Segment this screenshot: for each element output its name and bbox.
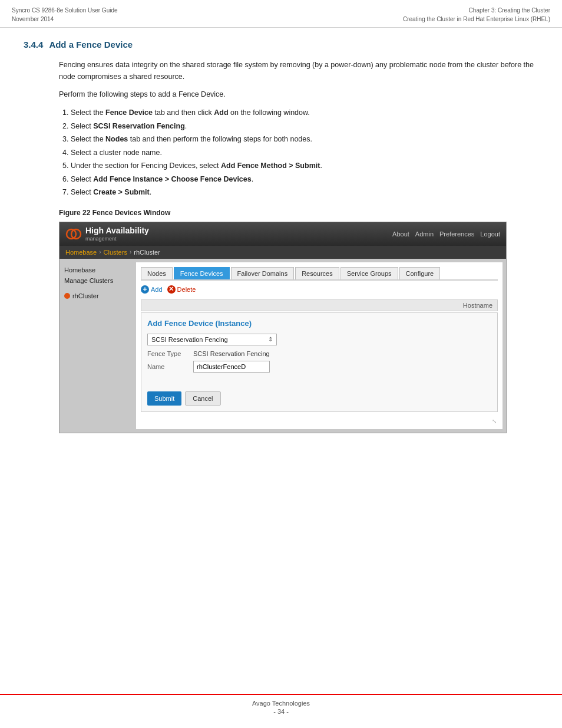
header-left: Syncro CS 9286-8e Solution User Guide No… <box>12 6 118 24</box>
page-header: Syncro CS 9286-8e Solution User Guide No… <box>0 0 562 28</box>
sidebar-item-rhcluster[interactable]: rhCluster <box>64 291 131 301</box>
step-2: Select SCSI Reservation Fencing. <box>71 120 538 133</box>
ha-panel: Add Fence Device (Instance) SCSI Reserva… <box>141 312 498 412</box>
ha-tabs: Nodes Fence Devices Failover Domains Res… <box>141 267 498 281</box>
footer-line2: - 34 - <box>0 708 562 715</box>
section-title: Add a Fence Device <box>49 39 133 50</box>
fence-type-row: Fence Type SCSI Reservation Fencing <box>147 350 491 357</box>
tab-resources[interactable]: Resources <box>295 267 339 279</box>
ha-breadcrumb: Homebase › Clusters › rhCluster <box>59 246 506 259</box>
cancel-button[interactable]: Cancel <box>185 391 220 406</box>
ha-main: Homebase Manage Clusters rhCluster Nodes… <box>59 259 506 433</box>
sidebar-item-homebase[interactable]: Homebase <box>64 265 131 275</box>
ha-logo-text: High Availability management <box>85 226 149 242</box>
step-5: Under the section for Fencing Devices, s… <box>71 159 538 173</box>
tab-nodes[interactable]: Nodes <box>141 267 173 279</box>
fence-type-value: SCSI Reservation Fencing <box>193 350 270 357</box>
logout-link[interactable]: Logout <box>480 230 500 238</box>
footer-line1: Avago Technologies <box>0 700 562 707</box>
cluster-status-dot <box>64 293 70 299</box>
add-button[interactable]: + Add <box>141 285 163 294</box>
ha-table-header: Hostname <box>141 299 498 311</box>
tab-configure[interactable]: Configure <box>399 267 441 279</box>
name-input[interactable] <box>193 361 270 373</box>
admin-link[interactable]: Admin <box>415 230 434 238</box>
body-text-1: Fencing ensures data integrity on the sh… <box>59 59 538 83</box>
tab-service-groups[interactable]: Service Groups <box>340 267 398 279</box>
header-right: Chapter 3: Creating the Cluster Creating… <box>403 6 550 24</box>
delete-button[interactable]: ✕ Delete <box>167 285 196 294</box>
sidebar-item-manage-clusters[interactable]: Manage Clusters <box>64 275 131 286</box>
screenshot-window: High Availability management About Admin… <box>59 222 507 433</box>
name-label: Name <box>147 363 189 370</box>
about-link[interactable]: About <box>392 230 409 238</box>
tab-failover-domains[interactable]: Failover Domains <box>231 267 295 279</box>
fence-type-dropdown[interactable]: SCSI Reservation Fencing ⇕ <box>147 334 277 345</box>
ha-logo-icon <box>65 226 82 242</box>
page-content: 3.4.4 Add a Fence Device Fencing ensures… <box>0 28 562 445</box>
submit-button[interactable]: Submit <box>147 391 181 406</box>
cursor-area <box>147 377 491 387</box>
breadcrumb-homebase[interactable]: Homebase <box>65 249 97 256</box>
step-1: Select the Fence Device tab and then cli… <box>71 106 538 120</box>
breadcrumb-current: rhCluster <box>134 249 160 256</box>
breadcrumb-clusters[interactable]: Clusters <box>104 249 127 256</box>
ha-top-links: About Admin Preferences Logout <box>392 230 500 238</box>
ha-logo-area: High Availability management <box>65 226 149 242</box>
steps-list: Select the Fence Device tab and then cli… <box>71 106 538 199</box>
step-6: Select Add Fence Instance > Choose Fence… <box>71 173 538 186</box>
section-heading: 3.4.4 Add a Fence Device <box>24 39 538 50</box>
preferences-link[interactable]: Preferences <box>439 230 474 238</box>
tab-fence-devices[interactable]: Fence Devices <box>174 267 230 279</box>
ha-topbar: High Availability management About Admin… <box>59 222 506 246</box>
ha-buttons: Submit Cancel <box>147 391 491 406</box>
name-row: Name <box>147 361 491 373</box>
ha-panel-title: Add Fence Device (Instance) <box>147 319 491 328</box>
figure-label: Figure 22 Fence Devices Window <box>59 209 538 217</box>
add-icon: + <box>141 285 149 294</box>
ha-toolbar: + Add ✕ Delete <box>141 285 498 294</box>
delete-icon: ✕ <box>167 285 176 294</box>
body-text-2: Perform the following steps to add a Fen… <box>59 88 538 100</box>
fence-type-label: Fence Type <box>147 350 189 357</box>
step-7: Select Create > Submit. <box>71 186 538 199</box>
ha-logo-main: High Availability <box>85 226 149 236</box>
section-number: 3.4.4 <box>24 39 43 50</box>
step-3: Select the Nodes tab and then perform th… <box>71 133 538 146</box>
ha-sidebar: Homebase Manage Clusters rhCluster <box>59 259 136 433</box>
resize-handle: ⤡ <box>141 418 498 424</box>
ha-logo-sub: management <box>85 236 149 242</box>
dropdown-arrow: ⇕ <box>268 336 273 342</box>
ha-content: Nodes Fence Devices Failover Domains Res… <box>136 262 503 429</box>
page-footer: Avago Technologies - 34 - <box>0 694 562 716</box>
step-4: Select a cluster node name. <box>71 146 538 160</box>
